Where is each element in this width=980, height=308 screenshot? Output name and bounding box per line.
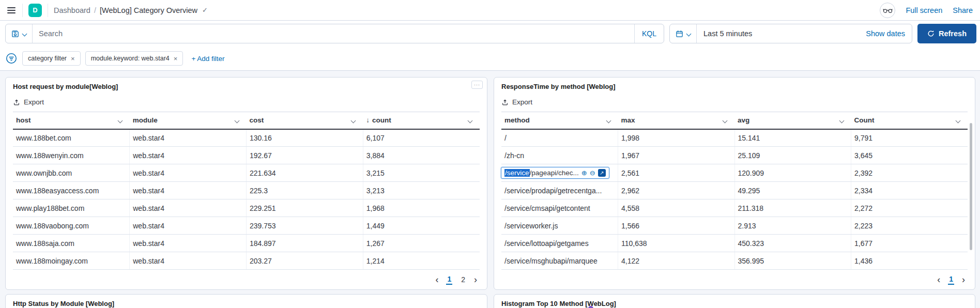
search-input[interactable] [33,29,634,38]
cell[interactable]: www.188vaobong.com [13,217,130,235]
cell[interactable]: / [501,129,618,147]
cell[interactable]: 120.909 [734,164,851,182]
cell[interactable]: /service/cmsapi/getcontent [501,199,618,217]
column-header-count[interactable]: ↓count [363,112,480,129]
column-header-cost[interactable]: cost [247,112,363,129]
cell[interactable]: /service/msghubapi/marquee [501,252,618,270]
cell[interactable]: 239.753 [247,217,363,235]
full-screen-link[interactable]: Full screen [906,6,942,14]
time-range-value[interactable]: Last 5 minutes [697,29,752,38]
cell[interactable]: www.play188bet.com [13,199,130,217]
saved-query-menu[interactable] [6,24,32,43]
cell[interactable]: web.star4 [130,235,247,252]
cell[interactable]: 15.141 [734,129,851,147]
cell[interactable]: 184.897 [247,235,363,252]
cell[interactable]: 49.295 [734,182,851,199]
prev-page-icon[interactable]: ‹ [435,275,438,284]
cell[interactable]: web.star4 [130,129,247,147]
show-dates-button[interactable]: Show dates [866,29,912,38]
cell[interactable]: /serviceworker.js [501,217,618,235]
cell[interactable]: 3,645 [851,147,968,164]
chevron-down-icon[interactable] [468,118,473,124]
cell[interactable]: web.star4 [130,182,247,199]
cell[interactable]: 221.634 [247,164,363,182]
cell[interactable]: 211.318 [734,199,851,217]
column-header-method[interactable]: method [501,112,618,129]
cell[interactable]: web.star4 [130,164,247,182]
column-header-avg[interactable]: avg [734,112,851,129]
cell[interactable]: www.ownjbb.com [13,164,130,182]
cell[interactable]: 1,998 [618,129,735,147]
cell[interactable]: 2,561 [618,164,735,182]
cell[interactable]: 1,967 [618,147,735,164]
cell[interactable]: www.188wenyin.com [13,147,130,164]
chevron-down-icon[interactable] [839,118,844,124]
cell[interactable]: 1,214 [363,252,480,270]
cell[interactable]: www.188bet.com [13,129,130,147]
share-link[interactable]: Share [953,6,973,14]
calendar-menu[interactable] [670,24,697,43]
cell[interactable]: 356.995 [734,252,851,270]
cell[interactable]: 25.109 [734,147,851,164]
cell[interactable]: /service/lottoapi/getgames [501,235,618,252]
cell[interactable]: 4,558 [618,199,735,217]
focused-grid-cell[interactable]: /service/pageapi/chec... ⊕ ⊖ ↗ [501,167,609,179]
cell[interactable]: 4,122 [618,252,735,270]
view-only-badge[interactable] [880,3,895,18]
cell[interactable]: 1,968 [363,199,480,217]
refresh-button[interactable]: Refresh [917,24,976,43]
kql-toggle[interactable]: KQL [635,29,664,38]
filter-for-value-icon[interactable]: ⊕ [581,170,587,176]
chevron-down-icon[interactable] [234,118,239,124]
cell[interactable]: 229.251 [247,199,363,217]
chevron-down-icon[interactable] [723,118,728,124]
cell[interactable]: 3,213 [363,182,480,199]
cell[interactable]: 130.16 [247,129,363,147]
cell[interactable]: web.star4 [130,199,247,217]
cell[interactable]: 1,267 [363,235,480,252]
cell[interactable]: 6,107 [363,129,480,147]
cell[interactable]: web.star4 [130,217,247,235]
cell[interactable]: 3,884 [363,147,480,164]
cell[interactable]: 450.323 [734,235,851,252]
space-avatar[interactable]: D [28,4,42,17]
export-button[interactable]: Export [501,98,968,106]
cell[interactable]: 1,436 [851,252,968,270]
cell[interactable]: web.star4 [130,147,247,164]
chevron-down-icon[interactable] [956,118,961,124]
cell[interactable]: 2,392 [851,164,968,182]
selected-cell[interactable]: /service/pageapi/chec... ⊕ ⊖ ↗ [501,164,618,182]
next-page-icon[interactable]: › [474,275,477,284]
next-page-icon[interactable]: › [962,275,965,284]
cell[interactable]: www.188moingay.com [13,252,130,270]
chevron-down-icon[interactable] [117,118,122,124]
page-2[interactable]: 2 [460,275,466,284]
filter-out-value-icon[interactable]: ⊖ [590,170,595,176]
cell[interactable]: 1,677 [851,235,968,252]
cell[interactable]: 203.27 [247,252,363,270]
add-filter-button[interactable]: + Add filter [191,55,224,63]
expand-cell-icon[interactable]: ↗ [598,169,606,177]
cell[interactable]: 110,638 [618,235,735,252]
cell[interactable]: www.188saja.com [13,235,130,252]
filter-menu-icon[interactable] [5,52,18,65]
cell[interactable]: 2.913 [734,217,851,235]
cell[interactable]: 2,334 [851,182,968,199]
cell[interactable]: 9,791 [851,129,968,147]
panel-options-icon[interactable]: ··· [471,81,483,89]
chevron-down-icon[interactable] [351,118,356,124]
page-1[interactable]: 1 [948,274,954,285]
close-icon[interactable]: × [71,55,75,63]
column-header-host[interactable]: host [13,112,130,129]
cell[interactable]: web.star4 [130,252,247,270]
cell[interactable]: 2,272 [851,199,968,217]
cell[interactable]: 192.67 [247,147,363,164]
cell[interactable]: /service/prodapi/getrecentga... [501,182,618,199]
cell[interactable]: 2,223 [851,217,968,235]
close-icon[interactable]: × [174,55,178,63]
chevron-down-icon[interactable] [606,118,611,124]
cell[interactable]: 1,566 [618,217,735,235]
column-header-max[interactable]: max [618,112,735,129]
breadcrumb-dashboard[interactable]: Dashboard [54,6,90,14]
menu-icon[interactable] [6,6,17,14]
